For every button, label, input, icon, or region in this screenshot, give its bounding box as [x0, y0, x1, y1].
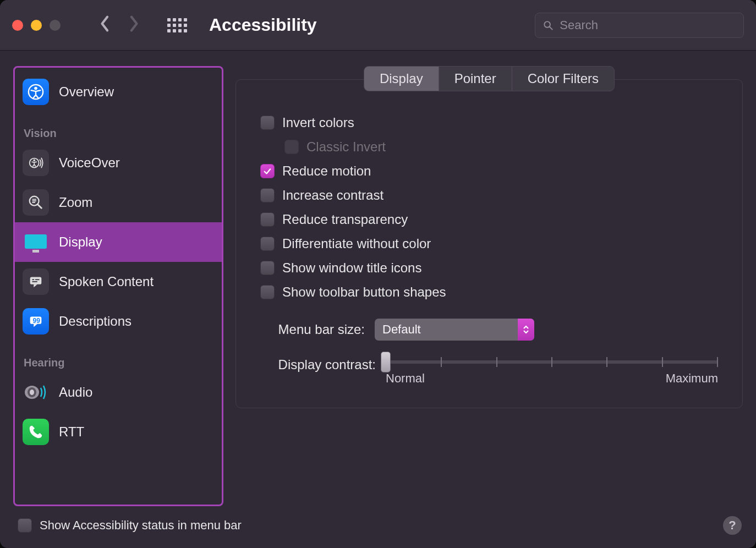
window-controls: [12, 20, 61, 31]
sidebar-section-hearing: Hearing: [15, 341, 222, 372]
show-all-icon[interactable]: [167, 18, 187, 32]
checkbox-icon: [260, 164, 275, 178]
accessibility-icon: [23, 79, 49, 105]
menubar-size-select[interactable]: Default: [375, 319, 534, 341]
sidebar-item-label: Audio: [59, 385, 92, 400]
sidebar-item-label: VoiceOver: [59, 155, 120, 171]
svg-rect-12: [32, 250, 39, 253]
sidebar-item-label: Zoom: [59, 195, 92, 210]
sidebar-section-vision: Vision: [15, 112, 222, 143]
voiceover-icon: [23, 150, 49, 176]
checkbox-label: Show toolbar button shapes: [282, 284, 446, 300]
slider-max-label: Maximum: [666, 371, 718, 386]
back-button[interactable]: [99, 14, 111, 36]
svg-point-5: [33, 159, 35, 161]
checkbox-label: Invert colors: [282, 115, 354, 130]
menubar-size-row: Menu bar size: Default: [260, 319, 718, 341]
search-input[interactable]: [560, 18, 736, 32]
checkbox-label: Reduce transparency: [282, 212, 408, 227]
sidebar-item-label: Overview: [59, 84, 114, 100]
display-options-panel: Invert colors Classic Invert Reduce moti…: [235, 79, 743, 408]
minimize-button[interactable]: [31, 20, 42, 31]
select-stepper-icon: [518, 319, 534, 341]
zoom-button[interactable]: [50, 20, 61, 31]
svg-rect-13: [30, 277, 42, 284]
checkbox-label: Reduce motion: [282, 163, 371, 179]
checkbox-differentiate[interactable]: Differentiate without color: [260, 232, 718, 256]
page-title: Accessibility: [209, 15, 317, 35]
checkbox-icon: [260, 188, 275, 202]
checkbox-classic-invert: Classic Invert: [284, 135, 718, 159]
audio-icon: [23, 379, 49, 405]
display-contrast-slider[interactable]: [386, 360, 718, 364]
sidebar-item-label: Descriptions: [59, 314, 132, 329]
svg-line-7: [38, 205, 42, 209]
sidebar-item-spoken-content[interactable]: Spoken Content: [15, 262, 222, 302]
footer-checkbox-label: Show Accessibility status in menu bar: [40, 518, 242, 533]
zoom-icon: [23, 189, 49, 216]
sidebar-item-overview[interactable]: Overview: [15, 68, 222, 112]
checkbox-icon: [260, 212, 275, 227]
checkbox-window-title-icons[interactable]: Show window title icons: [260, 256, 718, 280]
checkbox-label: Increase contrast: [282, 188, 384, 203]
display-contrast-label: Display contrast:: [260, 357, 376, 372]
titlebar: Accessibility: [0, 0, 756, 51]
sidebar-item-voiceover[interactable]: VoiceOver: [15, 143, 222, 183]
slider-min-label: Normal: [386, 371, 425, 386]
sidebar-item-descriptions[interactable]: 99 Descriptions: [15, 302, 222, 341]
checkbox-increase-contrast[interactable]: Increase contrast: [260, 183, 718, 207]
spoken-content-icon: [23, 268, 49, 295]
checkbox-icon: [284, 140, 299, 154]
nav-controls: [99, 14, 140, 36]
forward-button[interactable]: [128, 14, 140, 36]
accessibility-window: Accessibility Overview Vision: [0, 0, 756, 548]
display-tabs: Display Pointer Color Filters: [364, 66, 615, 91]
tab-display[interactable]: Display: [364, 67, 439, 91]
svg-rect-15: [35, 279, 40, 280]
select-value: Default: [382, 322, 421, 337]
checkbox-label: Classic Invert: [306, 139, 386, 155]
checkbox-icon: [260, 261, 275, 275]
checkbox-label: Show window title icons: [282, 260, 421, 276]
tab-color-filters[interactable]: Color Filters: [512, 67, 614, 91]
svg-line-1: [550, 27, 552, 30]
search-field[interactable]: [535, 13, 744, 38]
svg-rect-11: [25, 234, 47, 249]
svg-rect-14: [32, 279, 34, 280]
descriptions-icon: 99: [23, 308, 49, 335]
close-button[interactable]: [12, 20, 23, 31]
checkbox-icon: [260, 116, 275, 130]
sidebar: Overview Vision VoiceOver Zoom Displa: [13, 66, 223, 506]
rtt-icon: [23, 419, 49, 445]
checkbox-toolbar-shapes[interactable]: Show toolbar button shapes: [260, 280, 718, 304]
tab-pointer[interactable]: Pointer: [439, 67, 512, 91]
checkbox-reduce-motion[interactable]: Reduce motion: [260, 159, 718, 183]
sidebar-item-label: RTT: [59, 424, 84, 440]
search-icon: [543, 20, 553, 31]
footer: Show Accessibility status in menu bar ?: [0, 506, 756, 548]
slider-thumb[interactable]: [381, 352, 391, 372]
sidebar-item-display[interactable]: Display: [15, 222, 222, 262]
display-contrast-row: Display contrast: Normal Maximum: [260, 357, 718, 386]
sidebar-item-audio[interactable]: Audio: [15, 372, 222, 412]
checkbox-invert-colors[interactable]: Invert colors: [260, 111, 718, 135]
sidebar-item-label: Spoken Content: [59, 274, 154, 289]
svg-text:99: 99: [32, 317, 40, 325]
menubar-size-label: Menu bar size:: [260, 322, 365, 337]
svg-point-0: [544, 21, 550, 28]
content-panel: Display Pointer Color Filters Invert col…: [235, 66, 743, 506]
checkbox-label: Differentiate without color: [282, 236, 431, 251]
checkbox-icon: [260, 285, 275, 299]
slider-ticks: [386, 357, 718, 367]
svg-point-21: [30, 390, 34, 395]
checkbox-icon: [260, 237, 275, 251]
help-button[interactable]: ?: [723, 516, 742, 535]
checkbox-reduce-transparency[interactable]: Reduce transparency: [260, 207, 718, 232]
svg-point-3: [34, 87, 37, 90]
checkbox-show-status[interactable]: [18, 518, 32, 533]
sidebar-item-rtt[interactable]: RTT: [15, 412, 222, 452]
sidebar-item-label: Display: [59, 234, 102, 250]
sidebar-item-zoom[interactable]: Zoom: [15, 183, 222, 222]
display-icon: [23, 229, 49, 255]
svg-rect-16: [32, 281, 37, 282]
